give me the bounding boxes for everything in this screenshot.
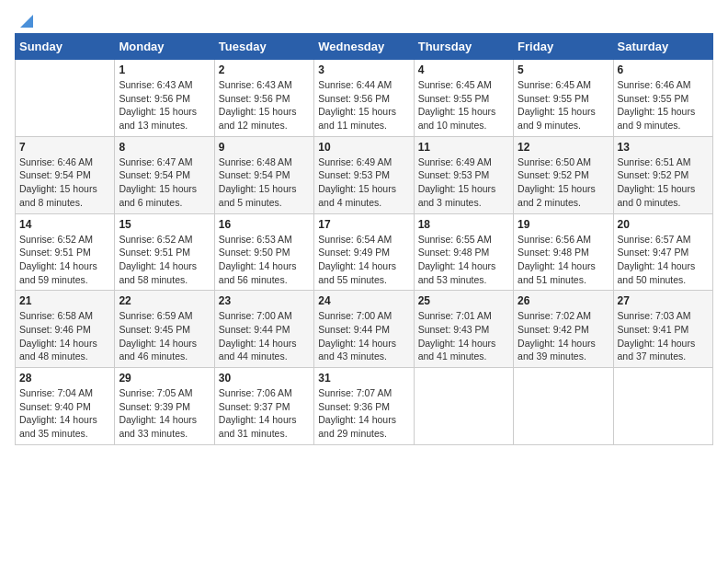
- cell-details: Sunrise: 6:59 AM Sunset: 9:45 PM Dayligh…: [119, 309, 210, 363]
- cell-details: Sunrise: 6:45 AM Sunset: 9:55 PM Dayligh…: [418, 78, 509, 132]
- calendar-cell: 16Sunrise: 6:53 AM Sunset: 9:50 PM Dayli…: [214, 213, 313, 291]
- calendar-cell: 1Sunrise: 6:43 AM Sunset: 9:56 PM Daylig…: [115, 60, 214, 137]
- calendar-cell: 9Sunrise: 6:48 AM Sunset: 9:54 PM Daylig…: [214, 136, 313, 213]
- calendar-cell: 4Sunrise: 6:45 AM Sunset: 9:55 PM Daylig…: [414, 60, 513, 137]
- day-number: 4: [418, 63, 509, 76]
- cell-details: Sunrise: 6:43 AM Sunset: 9:56 PM Dayligh…: [119, 78, 210, 132]
- week-row-5: 28Sunrise: 7:04 AM Sunset: 9:40 PM Dayli…: [16, 368, 713, 445]
- day-number: 15: [119, 218, 210, 231]
- cell-details: Sunrise: 6:52 AM Sunset: 9:51 PM Dayligh…: [119, 233, 210, 287]
- calendar-cell: 20Sunrise: 6:57 AM Sunset: 9:47 PM Dayli…: [613, 213, 712, 291]
- calendar-cell: 5Sunrise: 6:45 AM Sunset: 9:55 PM Daylig…: [514, 60, 613, 137]
- calendar-cell: 10Sunrise: 6:49 AM Sunset: 9:53 PM Dayli…: [314, 136, 414, 213]
- calendar-cell: 8Sunrise: 6:47 AM Sunset: 9:54 PM Daylig…: [115, 136, 214, 213]
- calendar-cell: 27Sunrise: 7:03 AM Sunset: 9:41 PM Dayli…: [613, 291, 712, 368]
- day-number: 21: [19, 294, 110, 307]
- cell-details: Sunrise: 6:54 AM Sunset: 9:49 PM Dayligh…: [318, 233, 409, 287]
- day-header-wednesday: Wednesday: [314, 34, 414, 60]
- calendar-cell: 29Sunrise: 7:05 AM Sunset: 9:39 PM Dayli…: [115, 368, 214, 445]
- day-header-monday: Monday: [115, 34, 214, 60]
- logo: [15, 15, 35, 26]
- cell-details: Sunrise: 7:03 AM Sunset: 9:41 PM Dayligh…: [618, 309, 709, 363]
- calendar-cell: [514, 368, 613, 445]
- day-number: 30: [219, 372, 310, 385]
- calendar-cell: 30Sunrise: 7:06 AM Sunset: 9:37 PM Dayli…: [214, 368, 313, 445]
- calendar-cell: 25Sunrise: 7:01 AM Sunset: 9:43 PM Dayli…: [414, 291, 513, 368]
- cell-details: Sunrise: 7:00 AM Sunset: 9:44 PM Dayligh…: [219, 309, 310, 363]
- cell-details: Sunrise: 6:52 AM Sunset: 9:51 PM Dayligh…: [19, 233, 110, 287]
- day-header-thursday: Thursday: [414, 34, 513, 60]
- day-number: 8: [119, 141, 210, 154]
- day-number: 17: [318, 218, 409, 231]
- calendar-cell: [613, 368, 712, 445]
- calendar-cell: 22Sunrise: 6:59 AM Sunset: 9:45 PM Dayli…: [115, 291, 214, 368]
- week-row-3: 14Sunrise: 6:52 AM Sunset: 9:51 PM Dayli…: [16, 213, 713, 291]
- calendar-cell: 3Sunrise: 6:44 AM Sunset: 9:56 PM Daylig…: [314, 60, 414, 137]
- svg-marker-0: [20, 15, 33, 28]
- header-row: SundayMondayTuesdayWednesdayThursdayFrid…: [16, 34, 713, 60]
- cell-details: Sunrise: 6:53 AM Sunset: 9:50 PM Dayligh…: [219, 233, 310, 287]
- day-number: 5: [518, 63, 609, 76]
- day-number: 28: [19, 372, 110, 385]
- cell-details: Sunrise: 6:46 AM Sunset: 9:54 PM Dayligh…: [19, 155, 110, 210]
- day-number: 27: [618, 294, 709, 307]
- page-header: [15, 15, 713, 26]
- cell-details: Sunrise: 6:45 AM Sunset: 9:55 PM Dayligh…: [518, 78, 609, 132]
- calendar-cell: 28Sunrise: 7:04 AM Sunset: 9:40 PM Dayli…: [16, 368, 115, 445]
- day-number: 23: [219, 294, 310, 307]
- day-number: 7: [19, 141, 110, 154]
- cell-details: Sunrise: 6:50 AM Sunset: 9:52 PM Dayligh…: [518, 155, 609, 210]
- day-number: 26: [518, 294, 609, 307]
- cell-details: Sunrise: 7:02 AM Sunset: 9:42 PM Dayligh…: [518, 309, 609, 363]
- logo-triangle-icon: [17, 11, 35, 29]
- calendar-cell: 14Sunrise: 6:52 AM Sunset: 9:51 PM Dayli…: [16, 213, 115, 291]
- week-row-1: 1Sunrise: 6:43 AM Sunset: 9:56 PM Daylig…: [16, 60, 713, 137]
- day-number: 18: [418, 218, 509, 231]
- day-number: 31: [318, 372, 409, 385]
- cell-details: Sunrise: 6:51 AM Sunset: 9:52 PM Dayligh…: [618, 155, 709, 210]
- cell-details: Sunrise: 7:06 AM Sunset: 9:37 PM Dayligh…: [219, 386, 310, 441]
- cell-details: Sunrise: 6:44 AM Sunset: 9:56 PM Dayligh…: [318, 78, 409, 132]
- day-number: 20: [618, 218, 709, 231]
- day-number: 6: [618, 63, 709, 76]
- day-number: 25: [418, 294, 509, 307]
- day-number: 2: [219, 63, 310, 76]
- calendar-cell: 18Sunrise: 6:55 AM Sunset: 9:48 PM Dayli…: [414, 213, 513, 291]
- cell-details: Sunrise: 7:04 AM Sunset: 9:40 PM Dayligh…: [19, 386, 110, 441]
- calendar-cell: 7Sunrise: 6:46 AM Sunset: 9:54 PM Daylig…: [16, 136, 115, 213]
- calendar-cell: 19Sunrise: 6:56 AM Sunset: 9:48 PM Dayli…: [514, 213, 613, 291]
- calendar-cell: [414, 368, 513, 445]
- day-number: 13: [618, 141, 709, 154]
- day-number: 14: [19, 218, 110, 231]
- cell-details: Sunrise: 6:57 AM Sunset: 9:47 PM Dayligh…: [618, 233, 709, 287]
- calendar-cell: [16, 60, 115, 137]
- day-number: 16: [219, 218, 310, 231]
- day-header-tuesday: Tuesday: [214, 34, 313, 60]
- cell-details: Sunrise: 6:46 AM Sunset: 9:55 PM Dayligh…: [618, 78, 709, 132]
- cell-details: Sunrise: 7:00 AM Sunset: 9:44 PM Dayligh…: [318, 309, 409, 363]
- cell-details: Sunrise: 6:55 AM Sunset: 9:48 PM Dayligh…: [418, 233, 509, 287]
- day-number: 29: [119, 372, 210, 385]
- cell-details: Sunrise: 6:49 AM Sunset: 9:53 PM Dayligh…: [418, 155, 509, 210]
- week-row-2: 7Sunrise: 6:46 AM Sunset: 9:54 PM Daylig…: [16, 136, 713, 213]
- day-number: 12: [518, 141, 609, 154]
- calendar-cell: 23Sunrise: 7:00 AM Sunset: 9:44 PM Dayli…: [214, 291, 313, 368]
- calendar-cell: 31Sunrise: 7:07 AM Sunset: 9:36 PM Dayli…: [314, 368, 414, 445]
- calendar-cell: 13Sunrise: 6:51 AM Sunset: 9:52 PM Dayli…: [613, 136, 712, 213]
- day-number: 11: [418, 141, 509, 154]
- week-row-4: 21Sunrise: 6:58 AM Sunset: 9:46 PM Dayli…: [16, 291, 713, 368]
- day-number: 22: [119, 294, 210, 307]
- cell-details: Sunrise: 6:58 AM Sunset: 9:46 PM Dayligh…: [19, 309, 110, 363]
- cell-details: Sunrise: 6:49 AM Sunset: 9:53 PM Dayligh…: [318, 155, 409, 210]
- calendar-table: SundayMondayTuesdayWednesdayThursdayFrid…: [15, 33, 713, 445]
- day-number: 10: [318, 141, 409, 154]
- day-number: 9: [219, 141, 310, 154]
- cell-details: Sunrise: 6:47 AM Sunset: 9:54 PM Dayligh…: [119, 155, 210, 210]
- day-header-sunday: Sunday: [16, 34, 115, 60]
- calendar-cell: 24Sunrise: 7:00 AM Sunset: 9:44 PM Dayli…: [314, 291, 414, 368]
- day-number: 19: [518, 218, 609, 231]
- calendar-cell: 15Sunrise: 6:52 AM Sunset: 9:51 PM Dayli…: [115, 213, 214, 291]
- calendar-cell: 6Sunrise: 6:46 AM Sunset: 9:55 PM Daylig…: [613, 60, 712, 137]
- cell-details: Sunrise: 6:48 AM Sunset: 9:54 PM Dayligh…: [219, 155, 310, 210]
- day-number: 3: [318, 63, 409, 76]
